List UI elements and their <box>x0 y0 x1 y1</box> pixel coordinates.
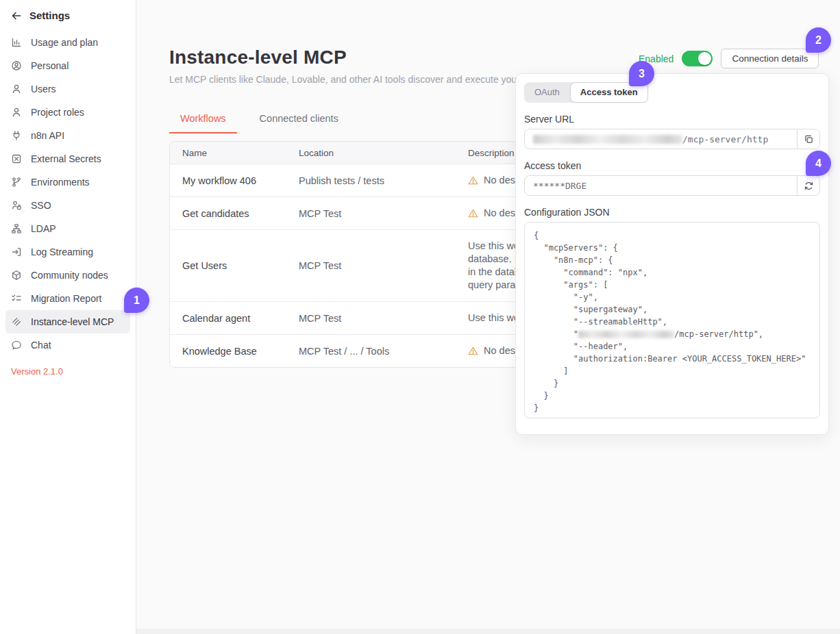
config-json-line: "n8n-mcp": { <box>534 254 811 266</box>
access-token-field: ******DRGE <box>524 175 820 196</box>
mcp-icon <box>11 316 22 327</box>
sidebar-item-ldap[interactable]: LDAP <box>5 217 130 240</box>
sidebar-item-chat[interactable]: Chat <box>5 333 130 357</box>
annotation-badge-2: 2 <box>806 27 831 53</box>
tab-workflows[interactable]: Workflows <box>169 107 237 134</box>
config-json-line: } <box>534 377 811 390</box>
settings-sidebar: Settings Usage and planPersonalUsersProj… <box>0 0 136 634</box>
bar-chart-icon <box>11 37 22 48</box>
config-json-label: Configuration JSON <box>524 207 820 218</box>
sidebar-item-usage-and-plan[interactable]: Usage and plan <box>5 31 130 54</box>
sidebar-item-migration-report[interactable]: Migration Report <box>5 287 130 310</box>
column-header-name: Name <box>170 142 286 164</box>
chat-bubble-icon <box>11 340 22 351</box>
hierarchy-icon <box>11 223 22 234</box>
bottom-scroll-strip <box>136 629 840 634</box>
sidebar-item-users[interactable]: Users <box>5 77 130 101</box>
plug-icon <box>11 130 22 141</box>
checklist-icon <box>11 293 22 304</box>
sidebar-item-label: Chat <box>31 340 51 351</box>
sidebar-back[interactable]: Settings <box>0 0 136 25</box>
column-header-location: Location <box>286 142 456 164</box>
warning-icon <box>468 346 478 356</box>
sidebar-title: Settings <box>29 10 70 21</box>
sidebar-item-label: Migration Report <box>31 293 102 304</box>
config-json-line: { <box>534 229 811 242</box>
config-json-line: "args": [ <box>534 279 811 291</box>
mcp-enabled-toggle[interactable] <box>682 51 713 66</box>
user-circle-icon <box>11 60 22 71</box>
sidebar-item-label: External Secrets <box>31 153 101 164</box>
server-url-suffix: /mcp-server/http <box>682 134 768 144</box>
workflow-name: My workflow 406 <box>170 166 286 196</box>
config-json-line: } <box>534 390 811 402</box>
workflow-name: Get Users <box>170 251 286 281</box>
workflow-location: Publish tests / tests <box>286 166 456 196</box>
access-token-input[interactable]: ******DRGE <box>525 176 797 195</box>
config-json-line: } <box>534 402 811 414</box>
copy-icon <box>804 134 814 144</box>
log-in-icon <box>11 246 22 257</box>
config-json-line: "-y", <box>534 291 811 303</box>
sidebar-item-project-roles[interactable]: Project roles <box>5 101 130 124</box>
copy-server-url-button[interactable] <box>797 129 819 149</box>
config-json-code[interactable]: { "mcpServers": { "n8n-mcp": { "command"… <box>524 222 820 418</box>
sidebar-item-label: Environments <box>31 177 90 188</box>
segment-oauth[interactable]: OAuth <box>524 82 570 103</box>
user-lock-icon <box>11 200 22 211</box>
server-url-field: /mcp-server/http <box>524 129 820 149</box>
config-json-line: "authorization:Bearer <YOUR_ACCESS_TOKEN… <box>534 353 811 365</box>
sidebar-item-label: Community nodes <box>31 270 108 281</box>
warning-icon <box>468 208 478 218</box>
sidebar-item-log-streaming[interactable]: Log Streaming <box>5 240 130 264</box>
sidebar-item-label: Usage and plan <box>31 37 98 48</box>
sidebar-item-label: LDAP <box>31 223 56 234</box>
connection-details-popover: OAuth Access token Server URL /mcp-serve… <box>515 73 829 435</box>
back-arrow-icon <box>11 10 22 21</box>
sidebar-item-external-secrets[interactable]: External Secrets <box>5 147 130 170</box>
annotation-badge-3: 3 <box>629 61 654 86</box>
workflow-location: MCP Test / ... / Tools <box>286 336 456 366</box>
refresh-icon <box>804 181 814 191</box>
annotation-badge-4: 4 <box>806 151 831 176</box>
config-json-line: ] <box>534 365 811 377</box>
server-url-input[interactable]: /mcp-server/http <box>525 129 797 149</box>
sidebar-item-label: SSO <box>31 200 51 211</box>
redacted-server-host <box>533 135 682 144</box>
tab-connected-clients[interactable]: Connected clients <box>249 107 349 134</box>
git-branch-icon <box>11 177 22 188</box>
sidebar-item-label: Log Streaming <box>31 246 93 257</box>
config-json-line: "mcpServers": { <box>534 242 811 254</box>
sidebar-item-sso[interactable]: SSO <box>5 194 130 217</box>
user-icon <box>11 84 22 94</box>
workflow-location: MCP Test <box>286 199 456 229</box>
header-actions: Enabled Connection details <box>639 49 819 68</box>
user-icon <box>11 107 22 118</box>
config-json-line: "--streamableHttp", <box>534 316 811 328</box>
sidebar-item-instance-level-mcp[interactable]: Instance-level MCP <box>5 310 130 333</box>
access-token-label: Access token <box>524 160 820 171</box>
sidebar-item-community-nodes[interactable]: Community nodes <box>5 264 130 287</box>
rotate-token-button[interactable] <box>797 176 819 195</box>
sidebar-item-label: Users <box>31 84 56 94</box>
connection-details-button[interactable]: Connection details <box>721 49 819 68</box>
workflow-name: Get candidates <box>170 199 286 229</box>
config-json-line: "supergateway", <box>534 303 811 316</box>
warning-icon <box>468 175 478 186</box>
app-window: Settings Usage and planPersonalUsersProj… <box>0 0 840 634</box>
annotation-badge-1: 1 <box>124 288 149 313</box>
sidebar-item-label: n8n API <box>31 130 64 141</box>
main-tabs: Workflows Connected clients <box>169 107 349 134</box>
sidebar-item-n8n-api[interactable]: n8n API <box>5 124 130 147</box>
sidebar-nav: Usage and planPersonalUsersProject roles… <box>0 25 136 357</box>
config-json-line: "--header", <box>534 340 811 353</box>
config-json-line: "/mcp-server/http", <box>534 328 811 340</box>
sidebar-item-environments[interactable]: Environments <box>5 170 130 194</box>
sidebar-item-personal[interactable]: Personal <box>5 54 130 77</box>
version-label: Version 2.1.0 <box>0 357 136 386</box>
server-url-label: Server URL <box>524 114 820 125</box>
redacted-server-host <box>578 331 674 338</box>
page-title: Instance-level MCP <box>169 47 347 68</box>
workflow-name: Knowledge Base <box>170 336 286 366</box>
sidebar-item-label: Project roles <box>31 107 84 118</box>
